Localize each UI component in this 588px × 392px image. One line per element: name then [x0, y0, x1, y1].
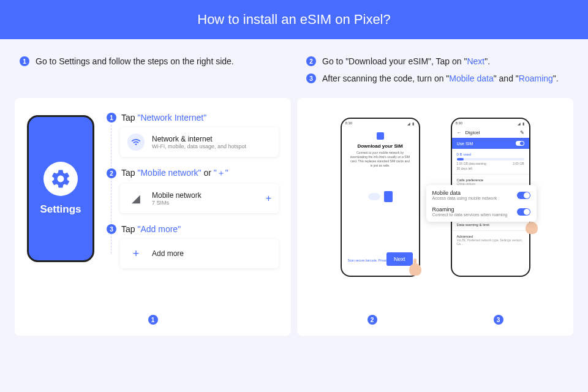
card-title: Mobile network [152, 191, 202, 200]
data-meter: 0 B used 2.00 GB data warning 2.00 GB 30… [452, 149, 529, 174]
phone3-wrap: 8:30 ◢ ▮ ← Digicel ✎ Use SIM 0 B used [451, 118, 530, 277]
mobile-data-link: Mobile data [449, 74, 493, 83]
roaming-row[interactable]: Roaming Connect to data services when ro… [432, 206, 530, 217]
steps-list: 1 Tap "Network Internet" Network & inter… [107, 113, 279, 321]
step-3-bullet: 3 [107, 224, 116, 234]
network-internet-card[interactable]: Network & internet Wi-Fi, mobile, data u… [120, 127, 279, 157]
advanced-row[interactable]: Advanced VoLTE, Preferred network type, … [452, 230, 529, 249]
step-3: 3 Tap "Add more" + Add more [107, 224, 279, 268]
card-sub: Wi-Fi, mobile, data usage, and hotspot [152, 143, 246, 149]
bullet-3: 3 [306, 74, 316, 83]
roaming-toggle[interactable] [517, 208, 530, 216]
panel2-badge-row: 2 3 [297, 315, 573, 325]
gear-icon [43, 162, 78, 196]
download-desc: Connect to your mobile network by downlo… [348, 151, 413, 168]
meter-bar [457, 158, 524, 160]
step-2-head: 2 Tap "Mobile network" or "＋" [107, 168, 279, 179]
status-icons: ◢ ▮ [407, 121, 415, 126]
toggle-popup: Mobile data Access data using mobile net… [426, 185, 537, 222]
add-more-card[interactable]: + Add more [120, 239, 279, 268]
panel-right-content: 8:30 ◢ ▮ Download your SIM Connect to yo… [309, 113, 561, 277]
plus-icon: + [127, 245, 145, 262]
intro-right: 2 Go to "Download your eSIM", Tap on "Ne… [306, 56, 568, 83]
signal-icon: ◢ [127, 190, 145, 207]
intro-section: 1 Go to Settings and follow the steps on… [0, 39, 588, 98]
panel1-badge-row: 1 [15, 315, 291, 325]
carrier-header: ← Digicel ✎ [452, 127, 529, 138]
statusbar: 8:30 ◢ ▮ [342, 119, 419, 127]
shield-icon [377, 132, 384, 140]
step2-hl1: "Mobile network" [137, 168, 201, 178]
plus-icon[interactable]: + [266, 193, 271, 204]
card-sub: 7 SIMs [152, 200, 202, 206]
mobile-data-title: Mobile data [432, 190, 497, 196]
time: 8:30 [345, 121, 353, 125]
phone2-wrap: 8:30 ◢ ▮ Download your SIM Connect to yo… [341, 118, 420, 277]
download-title: Download your SIM [357, 143, 402, 149]
step-1-bullet: 1 [107, 113, 116, 123]
use-sim-label: Use SIM [457, 141, 473, 146]
page-header: How to install an eSIM on Pixel? [0, 0, 588, 39]
bullet-2: 2 [306, 56, 316, 66]
step-2: 2 Tap "Mobile network" or "＋" ◢ Mobile n… [107, 168, 279, 213]
step-3-head: 3 Tap "Add more" [107, 224, 279, 234]
status-icons: ◢ ▮ [518, 121, 526, 126]
meter-label: 0 B used [457, 153, 524, 156]
cloud-sim-graphic [368, 191, 393, 202]
download-sim-phone: 8:30 ◢ ▮ Download your SIM Connect to yo… [341, 118, 420, 277]
time: 8:30 [456, 121, 463, 125]
intro-text-2: Go to "Download your eSIM", Tap on "Next… [322, 56, 490, 66]
use-sim-toggle[interactable] [516, 141, 524, 146]
roaming-sub: Connect to data services when roaming [432, 213, 508, 217]
meter-left: 2.00 GB data warning [457, 162, 486, 165]
intro-item-3: 3 After scanning the code, turn on "Mobi… [306, 74, 568, 83]
page-title: How to install an eSIM on Pixel? [197, 12, 391, 28]
use-sim-row[interactable]: Use SIM [452, 138, 529, 149]
carrier-name: Digicel [466, 130, 480, 135]
card-title: Network & internet [152, 135, 246, 143]
mobile-data-toggle[interactable] [517, 192, 530, 199]
step-1-highlight: "Network Internet" [137, 113, 206, 123]
next-link: Next [467, 56, 484, 66]
mobile-network-card[interactable]: ◢ Mobile network 7 SIMs + [120, 184, 279, 213]
wifi-icon [127, 134, 145, 151]
badge-1: 1 [148, 315, 158, 325]
badge-3: 3 [494, 315, 503, 325]
hand-pointer-icon [409, 263, 424, 278]
step2-hl2: "＋" [214, 168, 228, 178]
edit-icon[interactable]: ✎ [520, 130, 524, 135]
step-1: 1 Tap "Network Internet" Network & inter… [107, 113, 279, 157]
back-icon[interactable]: ← [457, 130, 462, 135]
mobile-data-sub: Access data using mobile network [432, 196, 497, 200]
statusbar: 8:30 ◢ ▮ [452, 119, 529, 127]
step-1-head: 1 Tap "Network Internet" [107, 113, 279, 123]
settings-phone: Settings [27, 115, 94, 262]
card-title: Add more [152, 249, 184, 258]
panel-2: 8:30 ◢ ▮ Download your SIM Connect to yo… [297, 98, 573, 336]
panel-1: Settings 1 Tap "Network Internet" Networ… [15, 98, 291, 336]
roaming-title: Roaming [432, 206, 508, 213]
sim-icon [384, 191, 393, 202]
badge-2: 2 [368, 315, 377, 325]
days-left: 30 days left [457, 167, 524, 170]
panels: Settings 1 Tap "Network Internet" Networ… [0, 98, 588, 336]
bullet-1: 1 [20, 56, 29, 66]
cloud-icon [368, 193, 380, 200]
roaming-link: Roaming [519, 74, 553, 83]
intro-item-1: 1 Go to Settings and follow the steps on… [20, 56, 282, 66]
intro-text-1: Go to Settings and follow the steps on t… [36, 56, 234, 66]
intro-text-3: After scanning the code, turn on "Mobile… [322, 74, 559, 83]
mobile-data-row[interactable]: Mobile data Access data using mobile net… [432, 190, 530, 200]
hand-pointer-icon [526, 222, 540, 236]
settings-label: Settings [40, 203, 81, 216]
meter-right: 2.00 GB [513, 162, 524, 165]
step3-hl: "Add more" [137, 224, 181, 234]
step-2-bullet: 2 [107, 168, 116, 178]
intro-left: 1 Go to Settings and follow the steps on… [20, 56, 282, 83]
intro-item-2: 2 Go to "Download your eSIM", Tap on "Ne… [306, 56, 568, 66]
